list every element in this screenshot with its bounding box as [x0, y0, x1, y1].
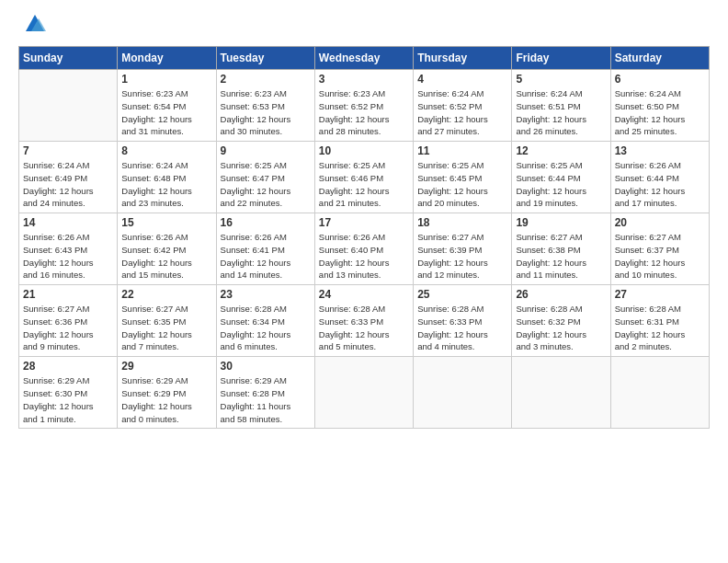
header — [18, 15, 710, 37]
day-info: Sunrise: 6:24 AM Sunset: 6:50 PM Dayligh… — [615, 87, 705, 138]
day-number: 15 — [121, 216, 211, 229]
calendar-cell — [19, 70, 118, 142]
day-number: 18 — [417, 216, 507, 229]
day-info: Sunrise: 6:28 AM Sunset: 6:31 PM Dayligh… — [615, 303, 705, 353]
calendar-cell: 17Sunrise: 6:26 AM Sunset: 6:40 PM Dayli… — [314, 213, 413, 285]
day-number: 20 — [615, 216, 705, 229]
day-number: 29 — [121, 360, 211, 373]
day-number: 11 — [417, 144, 507, 157]
day-info: Sunrise: 6:25 AM Sunset: 6:44 PM Dayligh… — [516, 159, 606, 210]
calendar-cell: 3Sunrise: 6:23 AM Sunset: 6:52 PM Daylig… — [314, 70, 413, 142]
calendar-cell: 13Sunrise: 6:26 AM Sunset: 6:44 PM Dayli… — [610, 142, 709, 213]
calendar-cell: 14Sunrise: 6:26 AM Sunset: 6:43 PM Dayli… — [19, 213, 118, 285]
calendar-cell: 28Sunrise: 6:29 AM Sunset: 6:30 PM Dayli… — [19, 357, 118, 429]
day-number: 28 — [23, 360, 113, 373]
day-info: Sunrise: 6:26 AM Sunset: 6:40 PM Dayligh… — [319, 231, 409, 282]
calendar-header-row: SundayMondayTuesdayWednesdayThursdayFrid… — [19, 47, 710, 70]
calendar-cell: 29Sunrise: 6:29 AM Sunset: 6:29 PM Dayli… — [118, 357, 216, 429]
day-info: Sunrise: 6:27 AM Sunset: 6:35 PM Dayligh… — [121, 303, 211, 353]
day-info: Sunrise: 6:26 AM Sunset: 6:42 PM Dayligh… — [121, 231, 211, 282]
calendar-week-3: 14Sunrise: 6:26 AM Sunset: 6:43 PM Dayli… — [19, 213, 710, 285]
calendar-week-2: 7Sunrise: 6:24 AM Sunset: 6:49 PM Daylig… — [19, 142, 710, 213]
day-info: Sunrise: 6:23 AM Sunset: 6:53 PM Dayligh… — [221, 87, 311, 138]
page-container: SundayMondayTuesdayWednesdayThursdayFrid… — [0, 0, 728, 563]
day-number: 10 — [319, 144, 409, 157]
day-number: 4 — [417, 73, 507, 86]
calendar-cell — [610, 357, 709, 429]
day-number: 3 — [319, 73, 409, 86]
calendar-cell: 20Sunrise: 6:27 AM Sunset: 6:37 PM Dayli… — [610, 213, 709, 285]
day-info: Sunrise: 6:27 AM Sunset: 6:39 PM Dayligh… — [417, 231, 507, 282]
day-number: 7 — [23, 144, 113, 157]
calendar-cell: 19Sunrise: 6:27 AM Sunset: 6:38 PM Dayli… — [512, 213, 610, 285]
calendar-cell: 10Sunrise: 6:25 AM Sunset: 6:46 PM Dayli… — [314, 142, 413, 213]
day-number: 24 — [319, 288, 409, 301]
calendar-cell: 9Sunrise: 6:25 AM Sunset: 6:47 PM Daylig… — [216, 142, 314, 213]
day-number: 19 — [516, 216, 606, 229]
day-info: Sunrise: 6:25 AM Sunset: 6:47 PM Dayligh… — [221, 159, 311, 210]
calendar-cell: 6Sunrise: 6:24 AM Sunset: 6:50 PM Daylig… — [610, 70, 709, 142]
day-number: 12 — [516, 144, 606, 157]
day-number: 22 — [121, 288, 211, 301]
calendar-cell — [314, 357, 413, 429]
calendar-cell: 4Sunrise: 6:24 AM Sunset: 6:52 PM Daylig… — [414, 70, 512, 142]
day-number: 23 — [221, 288, 311, 301]
day-info: Sunrise: 6:27 AM Sunset: 6:38 PM Dayligh… — [516, 231, 606, 282]
calendar-cell: 18Sunrise: 6:27 AM Sunset: 6:39 PM Dayli… — [414, 213, 512, 285]
day-info: Sunrise: 6:28 AM Sunset: 6:33 PM Dayligh… — [319, 303, 409, 353]
day-info: Sunrise: 6:25 AM Sunset: 6:45 PM Dayligh… — [417, 159, 507, 210]
day-info: Sunrise: 6:26 AM Sunset: 6:41 PM Dayligh… — [221, 231, 311, 282]
day-number: 6 — [615, 73, 705, 86]
calendar-cell: 11Sunrise: 6:25 AM Sunset: 6:45 PM Dayli… — [414, 142, 512, 213]
weekday-header-thursday: Thursday — [414, 47, 512, 70]
day-number: 17 — [319, 216, 409, 229]
day-info: Sunrise: 6:23 AM Sunset: 6:52 PM Dayligh… — [319, 87, 409, 138]
day-info: Sunrise: 6:29 AM Sunset: 6:29 PM Dayligh… — [121, 374, 211, 425]
day-info: Sunrise: 6:23 AM Sunset: 6:54 PM Dayligh… — [121, 87, 211, 138]
weekday-header-saturday: Saturday — [610, 47, 709, 70]
day-info: Sunrise: 6:28 AM Sunset: 6:34 PM Dayligh… — [221, 303, 311, 353]
day-info: Sunrise: 6:24 AM Sunset: 6:51 PM Dayligh… — [516, 87, 606, 138]
calendar-cell — [512, 357, 610, 429]
calendar-cell: 25Sunrise: 6:28 AM Sunset: 6:33 PM Dayli… — [414, 285, 512, 357]
calendar-cell — [414, 357, 512, 429]
calendar-cell: 22Sunrise: 6:27 AM Sunset: 6:35 PM Dayli… — [118, 285, 216, 357]
day-number: 21 — [23, 288, 113, 301]
calendar-cell: 15Sunrise: 6:26 AM Sunset: 6:42 PM Dayli… — [118, 213, 216, 285]
day-number: 14 — [23, 216, 113, 229]
calendar-week-1: 1Sunrise: 6:23 AM Sunset: 6:54 PM Daylig… — [19, 70, 710, 142]
day-info: Sunrise: 6:29 AM Sunset: 6:28 PM Dayligh… — [221, 374, 311, 425]
calendar-cell: 2Sunrise: 6:23 AM Sunset: 6:53 PM Daylig… — [216, 70, 314, 142]
day-info: Sunrise: 6:26 AM Sunset: 6:44 PM Dayligh… — [615, 159, 705, 210]
day-info: Sunrise: 6:24 AM Sunset: 6:52 PM Dayligh… — [417, 87, 507, 138]
calendar-cell: 16Sunrise: 6:26 AM Sunset: 6:41 PM Dayli… — [216, 213, 314, 285]
calendar-cell: 1Sunrise: 6:23 AM Sunset: 6:54 PM Daylig… — [118, 70, 216, 142]
day-number: 16 — [221, 216, 311, 229]
day-info: Sunrise: 6:26 AM Sunset: 6:43 PM Dayligh… — [23, 231, 113, 282]
day-info: Sunrise: 6:24 AM Sunset: 6:48 PM Dayligh… — [121, 159, 211, 210]
day-number: 27 — [615, 288, 705, 301]
day-number: 30 — [221, 360, 311, 373]
day-number: 8 — [121, 144, 211, 157]
day-info: Sunrise: 6:27 AM Sunset: 6:36 PM Dayligh… — [23, 303, 113, 353]
calendar-cell: 27Sunrise: 6:28 AM Sunset: 6:31 PM Dayli… — [610, 285, 709, 357]
day-info: Sunrise: 6:25 AM Sunset: 6:46 PM Dayligh… — [319, 159, 409, 210]
weekday-header-tuesday: Tuesday — [216, 47, 314, 70]
day-number: 13 — [615, 144, 705, 157]
day-number: 2 — [221, 73, 311, 86]
weekday-header-sunday: Sunday — [19, 47, 118, 70]
calendar-cell: 24Sunrise: 6:28 AM Sunset: 6:33 PM Dayli… — [314, 285, 413, 357]
calendar-cell: 26Sunrise: 6:28 AM Sunset: 6:32 PM Dayli… — [512, 285, 610, 357]
calendar-cell: 30Sunrise: 6:29 AM Sunset: 6:28 PM Dayli… — [216, 357, 314, 429]
day-info: Sunrise: 6:29 AM Sunset: 6:30 PM Dayligh… — [23, 374, 113, 425]
day-number: 1 — [121, 73, 211, 86]
weekday-header-friday: Friday — [512, 47, 610, 70]
calendar-cell: 7Sunrise: 6:24 AM Sunset: 6:49 PM Daylig… — [19, 142, 118, 213]
calendar-cell: 5Sunrise: 6:24 AM Sunset: 6:51 PM Daylig… — [512, 70, 610, 142]
weekday-header-monday: Monday — [118, 47, 216, 70]
day-info: Sunrise: 6:24 AM Sunset: 6:49 PM Dayligh… — [23, 159, 113, 210]
day-number: 26 — [516, 288, 606, 301]
calendar-table: SundayMondayTuesdayWednesdayThursdayFrid… — [18, 46, 710, 429]
day-info: Sunrise: 6:28 AM Sunset: 6:32 PM Dayligh… — [516, 303, 606, 353]
calendar-week-5: 28Sunrise: 6:29 AM Sunset: 6:30 PM Dayli… — [19, 357, 710, 429]
